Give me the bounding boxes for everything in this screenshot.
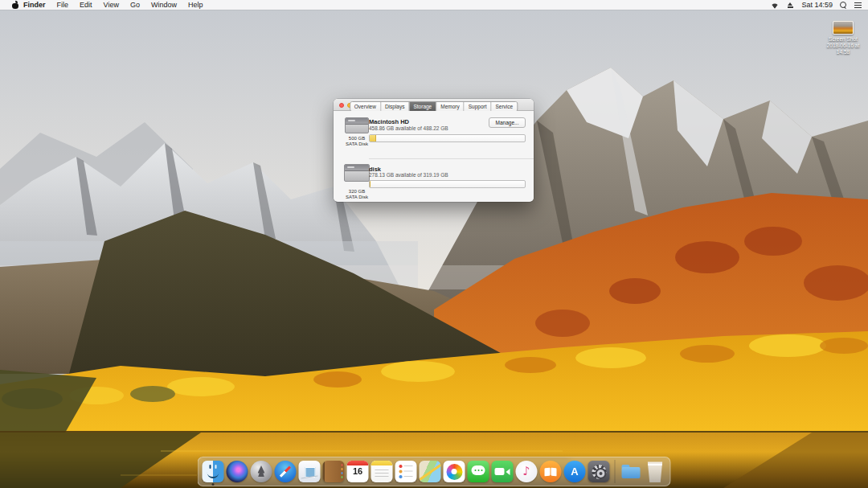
dock-item-safari[interactable] [275,461,297,483]
storage-usage-bar [369,134,526,142]
window-titlebar[interactable]: OverviewDisplaysStorageMemorySupportServ… [334,99,534,111]
screenshot-filename: Screen Shot 2018-06-16 at 14.58 [825,36,862,55]
dock-item-launchpad[interactable] [251,461,272,483]
running-indicator [212,483,215,486]
dock-item-mail[interactable] [299,461,321,483]
dock-item-sysprefs[interactable] [588,461,610,483]
notes-icon [371,461,393,482]
tab-overview[interactable]: Overview [350,102,380,111]
menu-finder[interactable]: Finder [18,0,51,10]
row-divider [369,158,534,159]
menu-view[interactable]: View [98,0,125,10]
menu-go[interactable]: Go [125,0,145,10]
siri-icon [227,461,248,482]
disk-icon [344,164,370,182]
tab-support[interactable]: Support [464,102,491,111]
dock-item-finder[interactable] [203,461,224,483]
menubar-menus: FinderFileEditViewGoWindowHelp [18,0,208,10]
photos-icon [444,461,465,482]
dock-separator [615,460,616,483]
desktop: FinderFileEditViewGoWindowHelp Sat 14:59… [0,0,868,488]
menu-help[interactable]: Help [182,0,209,10]
ibooks-icon [540,461,562,482]
trash-icon [645,461,666,482]
dock-item-calendar[interactable]: 16 [347,461,369,483]
disk-available-detail: 458.86 GB available of 488.22 GB [369,125,448,131]
menu-file[interactable]: File [51,0,75,10]
disk-icon [345,117,369,133]
eject-icon[interactable] [787,2,794,9]
tab-displays[interactable]: Displays [380,102,409,111]
disk-capacity-label: 500 GB SATA Disk [338,136,375,147]
facetime-icon [492,461,514,482]
downloads-icon [620,461,642,482]
dock-item-maps[interactable] [420,461,441,483]
dock-item-siri[interactable] [227,461,248,483]
launchpad-icon [251,461,272,482]
calendar-icon: 16 [347,461,369,482]
finder-icon [203,461,224,482]
spotlight-search-icon[interactable] [840,2,847,9]
dock-item-downloads[interactable] [620,461,642,483]
storage-panel: Macintosh HD 458.86 GB available of 488.… [334,111,534,201]
dock-item-appstore[interactable] [564,461,586,483]
dock-item-contacts[interactable] [323,461,345,483]
maps-icon [420,461,441,482]
storage-usage-bar [369,180,526,188]
menu-clock[interactable]: Sat 14:59 [801,1,833,9]
dock-item-trash[interactable] [645,461,666,483]
reminders-icon [395,461,417,482]
mail-icon [299,461,321,482]
dock-item-reminders[interactable] [395,461,417,483]
messages-icon [468,461,489,482]
itunes-icon [516,461,538,482]
disk-available-detail: 278.13 GB available of 319.19 GB [369,172,448,178]
menubar-status: Sat 14:59 [770,0,862,10]
disk-capacity-label: 320 GB SATA Disk [338,189,375,200]
dock: 16 [198,457,671,486]
menu-window[interactable]: Window [145,0,182,10]
tab-service[interactable]: Service [491,102,518,111]
dock-item-photos[interactable] [444,461,465,483]
tab-storage[interactable]: Storage [408,102,436,111]
menu-bar: FinderFileEditViewGoWindowHelp Sat 14:59 [0,0,868,10]
about-this-mac-window: OverviewDisplaysStorageMemorySupportServ… [334,99,534,202]
appstore-icon [564,461,586,482]
dock-item-ibooks[interactable] [540,461,562,483]
dock-item-itunes[interactable] [516,461,538,483]
notification-center-icon[interactable] [854,2,862,8]
dock-item-facetime[interactable] [492,461,514,483]
desktop-file-screenshot[interactable]: Screen Shot 2018-06-16 at 14.58 [825,21,862,55]
screenshot-thumbnail [833,21,854,35]
wallpaper-high-sierra [0,0,868,488]
sysprefs-icon [588,461,610,482]
dock-item-messages[interactable] [468,461,489,483]
tab-memory[interactable]: Memory [436,102,463,111]
storage-usage-fill [370,181,371,187]
menu-edit[interactable]: Edit [74,0,98,10]
close-button[interactable] [339,103,344,108]
apple-menu[interactable] [6,2,18,9]
wifi-icon[interactable] [770,2,780,9]
calendar-date-badge: 16 [347,467,369,476]
dock-item-notes[interactable] [371,461,393,483]
manage-button[interactable]: Manage... [489,117,526,128]
disk-name: Macintosh HD [369,118,409,125]
safari-icon [275,461,297,482]
contacts-icon [323,461,345,482]
